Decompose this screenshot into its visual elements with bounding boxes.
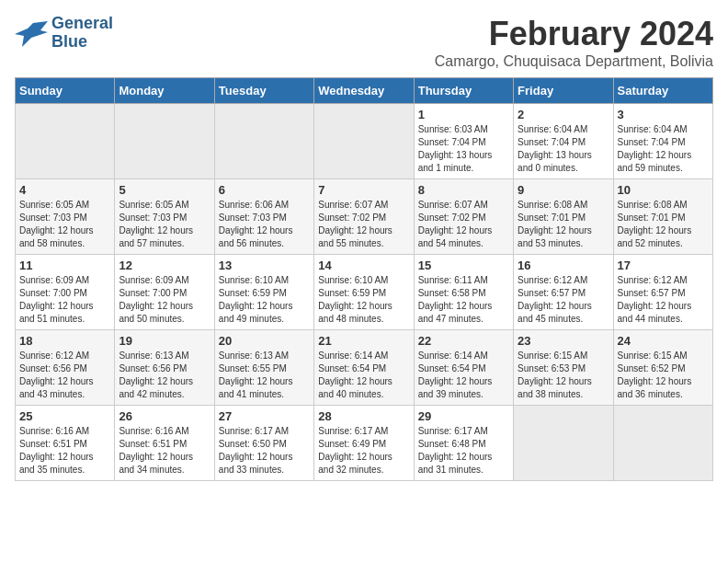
calendar-cell [613,406,712,481]
day-header-wednesday: Wednesday [314,78,414,104]
day-info: Sunrise: 6:12 AM Sunset: 6:56 PM Dayligh… [19,350,110,401]
day-number: 5 [119,183,210,197]
day-number: 22 [418,334,509,348]
calendar-cell: 1Sunrise: 6:03 AM Sunset: 7:04 PM Daylig… [414,104,513,179]
calendar-cell: 2Sunrise: 6:04 AM Sunset: 7:04 PM Daylig… [514,104,613,179]
calendar-cell: 6Sunrise: 6:06 AM Sunset: 7:03 PM Daylig… [214,179,313,255]
calendar-cell: 17Sunrise: 6:12 AM Sunset: 6:57 PM Dayli… [613,255,712,330]
logo: General Blue [15,15,113,52]
day-number: 23 [518,334,609,348]
day-number: 25 [19,409,110,423]
day-info: Sunrise: 6:07 AM Sunset: 7:02 PM Dayligh… [318,199,409,250]
logo-text-general: General [51,15,113,33]
calendar-table: SundayMondayTuesdayWednesdayThursdayFrid… [15,77,713,481]
calendar-cell: 29Sunrise: 6:17 AM Sunset: 6:48 PM Dayli… [414,406,513,481]
week-row-1: 1Sunrise: 6:03 AM Sunset: 7:04 PM Daylig… [16,104,713,179]
calendar-cell: 25Sunrise: 6:16 AM Sunset: 6:51 PM Dayli… [16,406,115,481]
day-info: Sunrise: 6:04 AM Sunset: 7:04 PM Dayligh… [618,123,709,175]
day-header-saturday: Saturday [613,78,712,104]
week-row-5: 25Sunrise: 6:16 AM Sunset: 6:51 PM Dayli… [16,406,713,481]
svg-marker-0 [15,21,48,47]
calendar-cell [514,406,613,481]
day-number: 2 [518,108,609,121]
day-number: 20 [219,334,310,348]
week-row-2: 4Sunrise: 6:05 AM Sunset: 7:03 PM Daylig… [16,179,713,255]
day-number: 28 [318,409,409,423]
day-info: Sunrise: 6:12 AM Sunset: 6:57 PM Dayligh… [518,274,609,326]
page-header: General Blue February 2024 Camargo, Chuq… [15,15,713,70]
calendar-cell: 9Sunrise: 6:08 AM Sunset: 7:01 PM Daylig… [514,179,613,255]
calendar-cell: 26Sunrise: 6:16 AM Sunset: 6:51 PM Dayli… [115,406,214,481]
calendar-cell: 8Sunrise: 6:07 AM Sunset: 7:02 PM Daylig… [414,179,513,255]
day-header-tuesday: Tuesday [214,78,313,104]
day-info: Sunrise: 6:09 AM Sunset: 7:00 PM Dayligh… [19,274,110,326]
day-header-thursday: Thursday [414,78,513,104]
day-info: Sunrise: 6:08 AM Sunset: 7:01 PM Dayligh… [618,199,709,250]
day-info: Sunrise: 6:12 AM Sunset: 6:57 PM Dayligh… [618,274,709,326]
calendar-cell: 7Sunrise: 6:07 AM Sunset: 7:02 PM Daylig… [314,179,414,255]
day-info: Sunrise: 6:13 AM Sunset: 6:55 PM Dayligh… [219,350,310,401]
day-number: 26 [119,409,210,423]
day-number: 16 [518,259,609,272]
calendar-cell: 22Sunrise: 6:14 AM Sunset: 6:54 PM Dayli… [414,330,513,406]
day-info: Sunrise: 6:09 AM Sunset: 7:00 PM Dayligh… [119,274,210,326]
calendar-cell: 10Sunrise: 6:08 AM Sunset: 7:01 PM Dayli… [613,179,712,255]
day-info: Sunrise: 6:10 AM Sunset: 6:59 PM Dayligh… [219,274,310,326]
calendar-cell: 15Sunrise: 6:11 AM Sunset: 6:58 PM Dayli… [414,255,513,330]
day-number: 18 [19,334,110,348]
month-title: February 2024 [435,15,713,53]
day-info: Sunrise: 6:05 AM Sunset: 7:03 PM Dayligh… [19,199,110,250]
day-number: 3 [618,108,709,121]
calendar-cell [314,104,414,179]
day-info: Sunrise: 6:10 AM Sunset: 6:59 PM Dayligh… [318,274,409,326]
calendar-cell: 28Sunrise: 6:17 AM Sunset: 6:49 PM Dayli… [314,406,414,481]
calendar-cell: 18Sunrise: 6:12 AM Sunset: 6:56 PM Dayli… [16,330,115,406]
day-info: Sunrise: 6:03 AM Sunset: 7:04 PM Dayligh… [418,123,509,175]
day-info: Sunrise: 6:16 AM Sunset: 6:51 PM Dayligh… [119,425,210,477]
day-number: 11 [19,259,110,272]
calendar-cell [214,104,313,179]
logo-icon [15,19,48,47]
calendar-cell: 4Sunrise: 6:05 AM Sunset: 7:03 PM Daylig… [16,179,115,255]
day-info: Sunrise: 6:07 AM Sunset: 7:02 PM Dayligh… [418,199,509,250]
day-number: 17 [618,259,709,272]
title-area: February 2024 Camargo, Chuquisaca Depart… [435,15,713,70]
day-number: 14 [318,259,409,272]
calendar-cell: 5Sunrise: 6:05 AM Sunset: 7:03 PM Daylig… [115,179,214,255]
week-row-4: 18Sunrise: 6:12 AM Sunset: 6:56 PM Dayli… [16,330,713,406]
day-number: 15 [418,259,509,272]
day-info: Sunrise: 6:17 AM Sunset: 6:48 PM Dayligh… [418,425,509,477]
day-number: 27 [219,409,310,423]
calendar-cell: 21Sunrise: 6:14 AM Sunset: 6:54 PM Dayli… [314,330,414,406]
day-number: 21 [318,334,409,348]
calendar-header-row: SundayMondayTuesdayWednesdayThursdayFrid… [16,78,713,104]
week-row-3: 11Sunrise: 6:09 AM Sunset: 7:00 PM Dayli… [16,255,713,330]
day-header-monday: Monday [115,78,214,104]
day-header-friday: Friday [514,78,613,104]
day-header-sunday: Sunday [16,78,115,104]
day-info: Sunrise: 6:11 AM Sunset: 6:58 PM Dayligh… [418,274,509,326]
day-number: 4 [19,183,110,197]
day-number: 1 [418,108,509,121]
day-number: 9 [518,183,609,197]
day-number: 19 [119,334,210,348]
calendar-cell [16,104,115,179]
day-info: Sunrise: 6:15 AM Sunset: 6:53 PM Dayligh… [518,350,609,401]
day-number: 29 [418,409,509,423]
day-info: Sunrise: 6:14 AM Sunset: 6:54 PM Dayligh… [418,350,509,401]
day-number: 6 [219,183,310,197]
calendar-cell: 3Sunrise: 6:04 AM Sunset: 7:04 PM Daylig… [613,104,712,179]
calendar-cell: 12Sunrise: 6:09 AM Sunset: 7:00 PM Dayli… [115,255,214,330]
day-number: 12 [119,259,210,272]
calendar-cell [115,104,214,179]
logo-text-blue: Blue [51,33,113,52]
calendar-cell: 16Sunrise: 6:12 AM Sunset: 6:57 PM Dayli… [514,255,613,330]
location-subtitle: Camargo, Chuquisaca Department, Bolivia [435,53,713,70]
calendar-cell: 14Sunrise: 6:10 AM Sunset: 6:59 PM Dayli… [314,255,414,330]
day-info: Sunrise: 6:06 AM Sunset: 7:03 PM Dayligh… [219,199,310,250]
calendar-cell: 20Sunrise: 6:13 AM Sunset: 6:55 PM Dayli… [214,330,313,406]
calendar-cell: 23Sunrise: 6:15 AM Sunset: 6:53 PM Dayli… [514,330,613,406]
day-info: Sunrise: 6:16 AM Sunset: 6:51 PM Dayligh… [19,425,110,477]
day-number: 10 [618,183,709,197]
calendar-cell: 13Sunrise: 6:10 AM Sunset: 6:59 PM Dayli… [214,255,313,330]
